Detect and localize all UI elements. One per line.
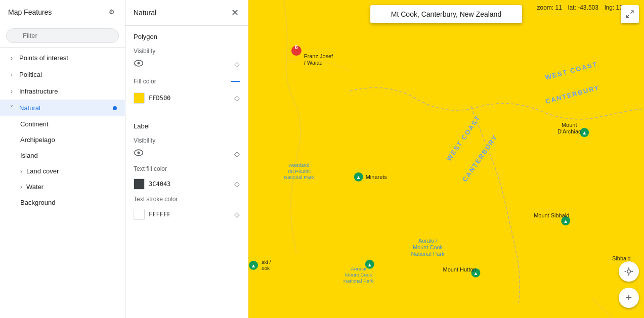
sidebar-subitem-land-cover[interactable]: › Land cover xyxy=(0,163,125,179)
svg-text:/ Waiau: / Waiau xyxy=(304,60,323,66)
text-stroke-color-value: FFFFFF xyxy=(149,211,234,218)
visibility-controls-label: ◇ xyxy=(125,147,248,162)
sidebar-subitem-water[interactable]: › Water xyxy=(0,179,125,195)
svg-text:Sibbald: Sibbald xyxy=(612,255,631,261)
sidebar-subitem-island[interactable]: Island xyxy=(0,148,125,163)
gear-button[interactable]: ⚙ xyxy=(107,6,117,18)
zoom-in-button[interactable]: + xyxy=(619,288,639,308)
text-stroke-color-swatch[interactable] xyxy=(134,209,145,220)
svg-text:▲: ▲ xyxy=(582,130,587,135)
svg-text:Mount: Mount xyxy=(562,122,577,128)
fill-color-label: Fill color xyxy=(134,78,156,85)
sidebar-item-infrastructure[interactable]: › Infrastructure xyxy=(0,83,125,100)
map-search-text: Mt Cook, Canterbury, New Zealand xyxy=(391,10,501,18)
sidebar-item-points-of-interest[interactable]: › Points of interest xyxy=(0,50,125,66)
svg-text:Mount Hutton: Mount Hutton xyxy=(443,266,477,272)
text-fill-color-label: Text fill color xyxy=(134,165,167,172)
sidebar-item-political[interactable]: › Political xyxy=(0,66,125,83)
svg-text:ook: ook xyxy=(262,265,270,271)
svg-line-7 xyxy=(631,11,633,13)
chevron-right-icon: › xyxy=(20,168,22,175)
diamond-icon-label[interactable]: ◇ xyxy=(234,150,240,158)
eye-icon-label[interactable] xyxy=(134,149,144,158)
text-stroke-color-label: Text stroke color xyxy=(134,196,178,203)
fill-color-swatch-row[interactable]: FFD500 ◇ xyxy=(125,89,248,107)
sidebar-title: Map Features xyxy=(8,8,52,16)
label-section-title: Label xyxy=(125,115,248,134)
sidebar-item-label: Infrastructure xyxy=(19,87,58,95)
subitem-label: Water xyxy=(26,183,44,191)
chevron-down-icon: ˅ xyxy=(8,105,15,112)
subitem-label: Background xyxy=(20,199,55,206)
minus-button[interactable]: — xyxy=(231,76,240,86)
eye-icon[interactable] xyxy=(134,60,144,69)
middle-panel: Natural ✕ Polygon Visibility ◇ Fill colo… xyxy=(125,0,248,318)
chevron-right-icon: › xyxy=(8,88,15,95)
location-icon xyxy=(624,266,634,277)
diamond-icon[interactable]: ◇ xyxy=(234,60,240,68)
filter-wrap xyxy=(6,28,119,43)
sidebar-item-natural[interactable]: ˅ Natural xyxy=(0,100,125,116)
lat-label: lat: -43.503 xyxy=(568,4,598,11)
subitem-label: Island xyxy=(20,152,38,159)
chevron-right-icon: › xyxy=(8,71,15,78)
filter-bar xyxy=(0,24,125,48)
svg-point-9 xyxy=(627,270,631,274)
filter-input[interactable] xyxy=(6,28,119,43)
sidebar-item-label: Points of interest xyxy=(19,54,68,62)
text-stroke-color-row: Text stroke color xyxy=(125,193,248,206)
plus-icon: + xyxy=(626,292,632,303)
svg-text:Minarets: Minarets xyxy=(366,174,388,180)
svg-point-4 xyxy=(138,62,140,65)
polygon-section-title: Polygon xyxy=(125,26,248,44)
text-fill-diamond-icon[interactable]: ◇ xyxy=(234,180,240,188)
svg-text:▲: ▲ xyxy=(356,174,361,180)
fill-color-value: FFD500 xyxy=(149,95,234,102)
gear-icon: ⚙ xyxy=(109,8,115,16)
svg-text:Westland: Westland xyxy=(288,162,309,168)
text-stroke-color-swatch-row[interactable]: FFFFFF ◇ xyxy=(125,206,248,223)
fill-color-row: Fill color — xyxy=(125,73,248,89)
close-button[interactable]: ✕ xyxy=(230,6,240,19)
label-visibility-label: Visibility xyxy=(134,137,155,144)
panel-title: Natural xyxy=(134,9,156,17)
fill-color-diamond-icon[interactable]: ◇ xyxy=(234,94,240,102)
svg-text:6: 6 xyxy=(295,44,298,50)
svg-text:Mount Cook: Mount Cook xyxy=(345,272,372,278)
svg-text:▲: ▲ xyxy=(563,218,568,224)
chevron-right-icon: › xyxy=(20,184,22,191)
sidebar: Map Features ⚙ › Points of interest › Po… xyxy=(0,0,125,318)
close-icon: ✕ xyxy=(231,7,239,18)
sidebar-subitem-archipelago[interactable]: Archipelago xyxy=(0,132,125,148)
svg-text:aki /: aki / xyxy=(262,259,271,265)
text-fill-color-swatch[interactable] xyxy=(134,178,145,190)
visibility-row-polygon: Visibility xyxy=(125,44,248,58)
nav-items: › Points of interest › Political › Infra… xyxy=(0,48,125,318)
svg-text:Mount Cook: Mount Cook xyxy=(413,244,443,250)
sidebar-subitem-background[interactable]: Background xyxy=(0,195,125,210)
svg-text:Aoraki /: Aoraki / xyxy=(418,238,438,244)
text-stroke-diamond-icon[interactable]: ◇ xyxy=(234,210,240,218)
svg-text:WEST COAST: WEST COAST xyxy=(544,60,598,81)
text-fill-color-swatch-row[interactable]: 3C4043 ◇ xyxy=(125,175,248,193)
sidebar-header: Map Features ⚙ xyxy=(0,0,125,24)
visibility-row-label: Visibility xyxy=(125,134,248,147)
fill-color-swatch[interactable] xyxy=(134,93,145,104)
svg-text:Mount Sibbald: Mount Sibbald xyxy=(534,212,569,218)
sidebar-item-label: Natural xyxy=(19,104,40,112)
svg-text:Tai Poutini: Tai Poutini xyxy=(287,168,311,174)
svg-text:National Park: National Park xyxy=(284,174,314,180)
fullscreen-button[interactable] xyxy=(621,5,639,23)
panel-header: Natural ✕ xyxy=(125,0,248,26)
sidebar-item-label: Political xyxy=(19,71,42,78)
location-button[interactable] xyxy=(619,261,639,282)
svg-text:D'Archiac: D'Archiac xyxy=(557,128,581,134)
svg-text:▲: ▲ xyxy=(367,262,372,267)
active-indicator xyxy=(113,106,117,110)
svg-text:National Park: National Park xyxy=(344,278,374,284)
svg-text:Franz Josef: Franz Josef xyxy=(304,53,333,59)
map-area: zoom: 11 lat: -43.503 lng: 170.306 Mt Co… xyxy=(248,0,644,318)
divider xyxy=(125,111,248,111)
fullscreen-icon xyxy=(625,10,634,19)
sidebar-subitem-continent[interactable]: Continent xyxy=(0,116,125,132)
